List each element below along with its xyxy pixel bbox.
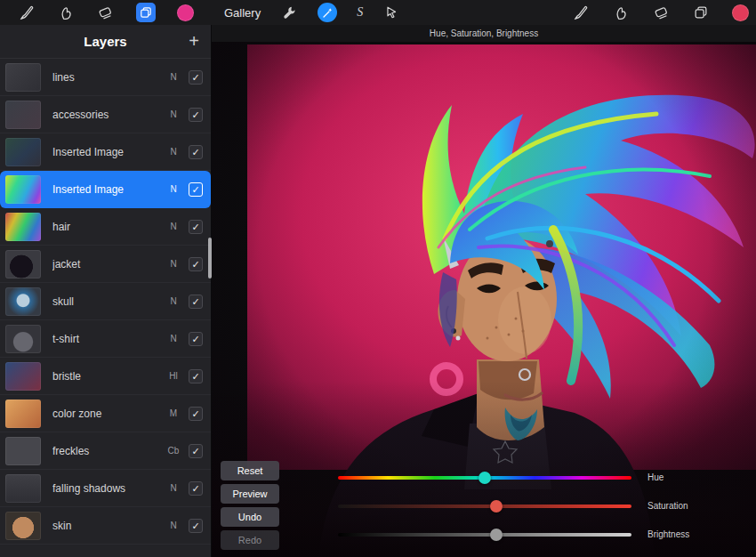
blend-mode-badge[interactable]: N	[164, 109, 183, 119]
canvas-area: Hue, Saturation, Brightness	[212, 25, 756, 557]
layer-thumbnail	[5, 400, 41, 428]
redo-button[interactable]: Redo	[221, 530, 279, 550]
layer-visibility-checkbox[interactable]: ✓	[189, 70, 203, 85]
layer-visibility-checkbox[interactable]: ✓	[189, 444, 203, 458]
layer-name: hair	[52, 221, 164, 233]
blend-mode-badge[interactable]: N	[164, 147, 183, 157]
transform-arrow-icon[interactable]	[382, 4, 400, 21]
smudge-icon[interactable]	[58, 4, 76, 21]
blend-mode-badge[interactable]: Hl	[164, 371, 183, 381]
layer-name: Inserted Image	[52, 146, 164, 158]
adjustment-title: Hue, Saturation, Brightness	[430, 28, 538, 38]
blend-mode-badge[interactable]: M	[164, 408, 183, 418]
layer-visibility-checkbox[interactable]: ✓	[189, 108, 203, 122]
saturation-slider-knob[interactable]	[490, 500, 503, 513]
layer-thumbnail	[5, 63, 41, 92]
wrench-icon[interactable]	[280, 4, 298, 21]
saturation-slider-label: Saturation	[647, 501, 688, 511]
layer-row[interactable]: lines N ✓	[0, 59, 211, 96]
selection-icon[interactable]: S	[357, 5, 363, 20]
layer-row[interactable]: skull N ✓	[0, 283, 211, 320]
layer-visibility-checkbox[interactable]: ✓	[189, 295, 203, 309]
left-tool-cluster	[0, 3, 212, 22]
layer-name: jacket	[52, 258, 164, 270]
layer-thumbnail	[5, 213, 41, 241]
adjustments-wand-icon[interactable]	[318, 3, 337, 22]
layer-row[interactable]: jacket N ✓	[0, 246, 211, 283]
blend-mode-badge[interactable]: N	[164, 483, 183, 493]
layer-visibility-checkbox[interactable]: ✓	[189, 220, 203, 234]
layers-panel-header: Layers +	[0, 25, 211, 59]
saturation-slider-track[interactable]	[338, 505, 631, 508]
layer-visibility-checkbox[interactable]: ✓	[189, 519, 203, 533]
layer-name: color zone	[52, 408, 164, 420]
layers-icon[interactable]	[136, 3, 156, 22]
brightness-slider-track[interactable]	[338, 533, 631, 537]
layer-visibility-checkbox[interactable]: ✓	[189, 182, 203, 197]
eraser-icon[interactable]	[97, 4, 115, 21]
layer-thumbnail	[5, 362, 41, 391]
layer-name: falling shadows	[52, 482, 164, 495]
brightness-slider: Brightness	[338, 526, 756, 544]
smudge-icon[interactable]	[612, 4, 630, 21]
layer-visibility-checkbox[interactable]: ✓	[189, 257, 203, 271]
gallery-button[interactable]: Gallery	[224, 6, 261, 20]
layer-row[interactable]: t-shirt N ✓	[0, 320, 211, 358]
blend-mode-badge[interactable]: N	[164, 296, 183, 306]
layer-row[interactable]: skin N ✓	[0, 507, 211, 545]
layer-thumbnail	[5, 101, 41, 129]
blend-mode-badge[interactable]: Cb	[164, 446, 183, 456]
layer-row[interactable]: color zone M ✓	[0, 395, 211, 432]
brightness-slider-knob[interactable]	[490, 529, 503, 541]
brush-icon[interactable]	[572, 4, 590, 21]
preview-button[interactable]: Preview	[221, 484, 279, 504]
layer-row[interactable]: hair N ✓	[0, 208, 211, 246]
procreate-app: Gallery S	[0, 0, 756, 557]
active-color-swatch[interactable]	[177, 4, 194, 21]
layer-name: bristle	[52, 370, 164, 383]
undo-button[interactable]: Undo	[221, 507, 279, 527]
layer-name: lines	[52, 71, 164, 84]
brightness-slider-label: Brightness	[647, 529, 689, 539]
blend-mode-badge[interactable]: N	[164, 521, 183, 530]
blend-mode-badge[interactable]: N	[164, 72, 183, 82]
layer-visibility-checkbox[interactable]: ✓	[189, 481, 203, 496]
layer-name: freckles	[52, 445, 164, 457]
blend-mode-badge[interactable]: N	[164, 334, 183, 343]
layer-name: Inserted Image	[52, 183, 164, 196]
adjustment-buttons: Reset Preview Undo Redo	[221, 461, 279, 550]
layer-name: t-shirt	[52, 333, 164, 345]
layer-row[interactable]: accessories N ✓	[0, 96, 211, 133]
reset-button[interactable]: Reset	[221, 461, 279, 480]
active-color-swatch[interactable]	[732, 4, 749, 21]
saturation-slider: Saturation	[338, 497, 756, 515]
layer-name: accessories	[52, 109, 164, 121]
layer-visibility-checkbox[interactable]: ✓	[189, 145, 203, 159]
layer-visibility-checkbox[interactable]: ✓	[189, 369, 203, 383]
blend-mode-badge[interactable]: N	[164, 259, 183, 269]
layer-visibility-checkbox[interactable]: ✓	[189, 407, 203, 421]
layer-row[interactable]: freckles Cb ✓	[0, 432, 211, 470]
layer-name: skull	[52, 295, 164, 308]
layers-panel: Layers + lines N ✓ accessories N ✓ Inser…	[0, 25, 212, 557]
layer-row[interactable]: bristle Hl ✓	[0, 358, 211, 395]
layers-icon[interactable]	[692, 4, 710, 21]
layers-panel-title: Layers	[84, 34, 126, 49]
eraser-icon[interactable]	[652, 4, 670, 21]
layer-row-selected[interactable]: Inserted Image N ✓	[0, 171, 211, 208]
actions-cluster: Gallery S	[212, 3, 400, 22]
blend-mode-badge[interactable]: N	[164, 184, 183, 194]
panel-scrollbar[interactable]	[208, 238, 212, 278]
right-tool-cluster	[572, 4, 756, 21]
layer-thumbnail	[5, 474, 41, 503]
layer-visibility-checkbox[interactable]: ✓	[189, 332, 203, 346]
layer-thumbnail	[5, 175, 41, 204]
hue-slider-knob[interactable]	[479, 472, 491, 484]
brush-icon[interactable]	[19, 4, 36, 21]
layer-row[interactable]: Inserted Image N ✓	[0, 133, 211, 171]
adjustment-title-bar: Hue, Saturation, Brightness	[212, 25, 756, 42]
blend-mode-badge[interactable]: N	[164, 222, 183, 231]
layer-row[interactable]: falling shadows N ✓	[0, 470, 211, 507]
add-layer-button[interactable]: +	[189, 31, 199, 51]
layer-thumbnail	[5, 287, 41, 316]
